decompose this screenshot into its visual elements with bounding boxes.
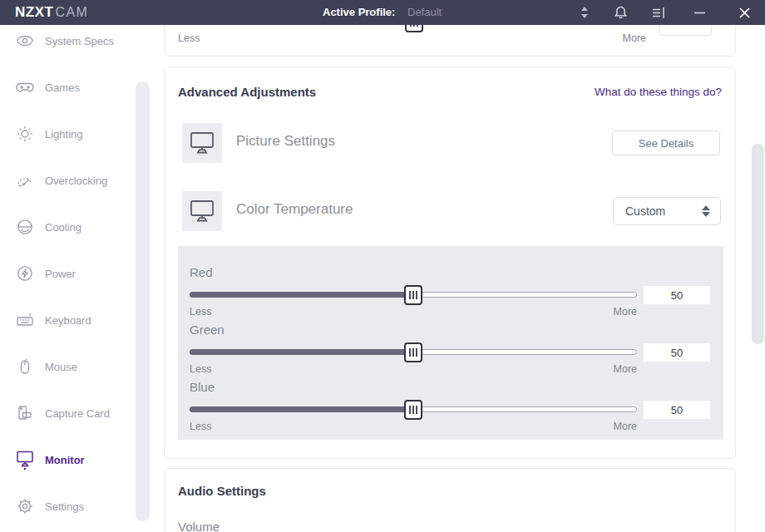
picture-settings-iconbox bbox=[182, 123, 222, 163]
green-slider-fill bbox=[190, 349, 412, 355]
capture-card-icon bbox=[15, 403, 35, 423]
red-slider-row: Red Less More bbox=[178, 265, 723, 323]
sidebar-item-monitor[interactable]: Monitor bbox=[15, 448, 85, 471]
notifications-bell-icon[interactable] bbox=[610, 0, 630, 25]
profile-sort-icon[interactable] bbox=[575, 0, 594, 25]
more-label: More bbox=[614, 363, 637, 375]
sidebar-item-capture-card[interactable]: Capture Card bbox=[15, 401, 110, 425]
sidebar-label: Keyboard bbox=[45, 314, 91, 327]
keyboard-icon bbox=[15, 310, 35, 330]
blue-slider-track[interactable] bbox=[190, 406, 637, 412]
sidebar-item-overclocking[interactable]: Overclocking bbox=[15, 169, 107, 192]
rgb-sliders-panel: Red Less More Green Less More bbox=[178, 246, 723, 440]
mouse-icon bbox=[15, 357, 35, 377]
titlebar: NZXT CAM Active Profile: Default bbox=[0, 0, 765, 25]
card-title: Audio Settings bbox=[178, 484, 266, 498]
sidebar-scrollbar[interactable] bbox=[136, 81, 150, 521]
sidebar-label: Mouse bbox=[45, 361, 77, 373]
active-profile-value[interactable]: Default bbox=[407, 0, 442, 25]
sidebar-label: System Specs bbox=[45, 35, 114, 47]
red-slider-fill bbox=[190, 292, 412, 298]
blue-slider-row: Blue Less More bbox=[178, 380, 723, 437]
side-panel-toggle-icon[interactable] bbox=[649, 0, 669, 25]
sidebar-item-keyboard[interactable]: Keyboard bbox=[15, 308, 91, 332]
sidebar-item-lighting[interactable]: Lighting bbox=[15, 122, 83, 145]
green-value-input[interactable] bbox=[644, 343, 710, 362]
blue-slider-fill bbox=[190, 406, 412, 412]
gear-icon bbox=[15, 496, 35, 516]
lightning-icon bbox=[15, 264, 35, 283]
brand-cam: CAM bbox=[55, 5, 88, 20]
sidebar-label: Monitor bbox=[45, 454, 85, 466]
color-temperature-iconbox bbox=[182, 191, 222, 231]
sidebar: System Specs Games Lighting bbox=[0, 25, 150, 532]
color-temperature-label: Color Temperature bbox=[236, 201, 353, 218]
card-title: Advanced Adjustments bbox=[178, 85, 316, 99]
sidebar-label: Overclocking bbox=[45, 175, 107, 187]
minimize-button[interactable] bbox=[688, 0, 710, 25]
volume-label: Volume bbox=[178, 520, 220, 532]
blue-label: Blue bbox=[190, 380, 215, 394]
sidebar-label: Lighting bbox=[45, 128, 83, 140]
gauge-icon bbox=[15, 170, 35, 190]
sidebar-item-system-specs[interactable]: System Specs bbox=[15, 29, 114, 52]
less-label: Less bbox=[190, 363, 211, 375]
green-label: Green bbox=[190, 323, 225, 337]
less-label: Less bbox=[190, 306, 211, 318]
audio-settings-card: Audio Settings Volume bbox=[164, 468, 736, 532]
blue-slider-thumb[interactable] bbox=[404, 400, 422, 420]
red-slider-thumb[interactable] bbox=[404, 285, 422, 305]
green-slider-track[interactable] bbox=[190, 349, 637, 355]
sidebar-item-power[interactable]: Power bbox=[15, 262, 76, 285]
sidebar-label: Games bbox=[45, 81, 80, 94]
sidebar-item-cooling[interactable]: Cooling bbox=[15, 215, 81, 239]
red-label: Red bbox=[190, 265, 213, 279]
sun-icon bbox=[15, 124, 35, 144]
brand-nzxt: NZXT bbox=[15, 4, 53, 21]
green-slider-row: Green Less More bbox=[178, 323, 723, 380]
more-label: More bbox=[614, 306, 637, 318]
active-profile-label: Active Profile: bbox=[323, 0, 395, 25]
help-link[interactable]: What do these things do? bbox=[595, 86, 722, 98]
select-arrows-icon bbox=[702, 205, 710, 217]
monitor-icon bbox=[189, 131, 215, 155]
advanced-adjustments-card: Advanced Adjustments What do these thing… bbox=[164, 66, 736, 459]
nzxt-cam-window: NZXT CAM Active Profile: Default bbox=[0, 0, 765, 532]
sidebar-label: Cooling bbox=[45, 221, 81, 234]
nzxt-cam-logo: NZXT CAM bbox=[15, 0, 88, 25]
more-label: More bbox=[623, 32, 646, 44]
eye-icon bbox=[15, 31, 35, 51]
monitor-icon bbox=[189, 199, 215, 224]
close-button[interactable] bbox=[733, 0, 755, 25]
red-value-input[interactable] bbox=[644, 286, 710, 304]
less-label: Less bbox=[190, 421, 211, 432]
sidebar-item-games[interactable]: Games bbox=[15, 76, 80, 99]
sidebar-item-mouse[interactable]: Mouse bbox=[15, 355, 77, 378]
sidebar-label: Power bbox=[45, 268, 76, 280]
sidebar-label: Capture Card bbox=[45, 407, 110, 420]
sidebar-item-settings[interactable]: Settings bbox=[15, 495, 84, 518]
blue-value-input[interactable] bbox=[644, 401, 710, 419]
page-scrollbar[interactable] bbox=[752, 144, 764, 344]
see-details-button[interactable]: See Details bbox=[612, 131, 720, 155]
picture-settings-label: Picture Settings bbox=[236, 133, 335, 150]
fan-face-icon bbox=[15, 217, 35, 237]
more-label: More bbox=[614, 421, 637, 432]
color-temperature-select[interactable]: Custom bbox=[613, 197, 721, 225]
monitor-icon bbox=[15, 449, 35, 471]
less-label: Less bbox=[178, 32, 200, 44]
red-slider-track[interactable] bbox=[190, 292, 637, 298]
green-slider-thumb[interactable] bbox=[404, 342, 422, 362]
sidebar-label: Settings bbox=[45, 500, 84, 513]
gamepad-icon bbox=[15, 77, 35, 97]
select-value: Custom bbox=[625, 204, 702, 218]
